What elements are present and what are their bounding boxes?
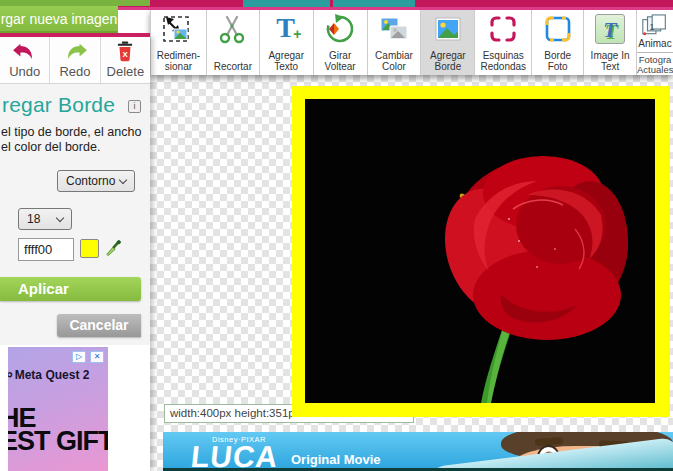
delete-trash-icon: X <box>114 41 136 63</box>
toolbar-label: Foto <box>544 62 571 73</box>
toolbar-sublabel: Actuales <box>637 65 673 75</box>
cancel-button[interactable]: Cancelar <box>57 314 141 337</box>
top-accent-bar <box>118 0 673 7</box>
top-accent-underline <box>118 7 673 10</box>
border-tool-panel: Undo Redo X Delete regar Borde i <box>0 37 150 471</box>
panel-description: el tipo de borde, el ancho el color del … <box>1 125 141 155</box>
toolbar-label: Agregar <box>268 51 304 62</box>
photo-border-icon <box>541 12 575 46</box>
resize-icon <box>161 12 195 46</box>
toolbar-item-borde-foto[interactable]: BordeFoto <box>532 10 584 75</box>
toolbar-label: Esquinas <box>480 51 526 62</box>
toolbar-item-recortar[interactable]: Recortar <box>207 10 260 75</box>
toolbar-label: Recortar <box>214 62 252 73</box>
toolbar-label: Texto <box>268 62 304 73</box>
toolbar-item-image-in-text[interactable]: T Image InText <box>584 10 637 75</box>
border-width-value: 18 <box>27 212 40 226</box>
chevron-down-icon <box>119 176 127 184</box>
adchoices-icon[interactable]: ▷ <box>72 351 86 363</box>
header-magenta-line <box>0 33 150 37</box>
change-color-icon <box>377 12 411 46</box>
description-line: el tipo de borde, el ancho <box>1 125 141 140</box>
plus-glyph: + <box>293 26 301 42</box>
luca-movie-ad[interactable]: Disney·PIXAR LUCA Original Movie <box>163 432 673 471</box>
eyedropper-icon[interactable] <box>104 239 122 257</box>
toolbar-item-agregar-texto[interactable]: T + AgregarTexto <box>260 10 314 75</box>
toolbar-label: Cambiar <box>375 51 413 62</box>
ad-headline-line: EST GIFT <box>8 430 108 453</box>
chevron-down-icon <box>56 214 64 222</box>
toolbar-label: Borde <box>544 51 571 62</box>
toolbar-label: Borde <box>430 62 466 73</box>
toolbar-label: Girar <box>325 51 356 62</box>
toolbar-label: Redondas <box>480 62 526 73</box>
ad-brand-text: Meta Quest 2 <box>15 368 90 382</box>
delete-button[interactable]: X Delete <box>100 37 150 83</box>
border-type-select[interactable]: Contorno <box>57 170 135 192</box>
history-bar: Undo Redo X Delete <box>0 37 150 84</box>
redo-icon <box>61 41 89 63</box>
toolbar-label: Color <box>375 62 413 73</box>
movie-subtitle: Original Movie <box>291 452 381 467</box>
toolbar-label: Redimen- <box>157 51 200 62</box>
toolbar-label: Image In <box>591 51 630 62</box>
photo-editor-app: width:400px height:351px size:20.76 KB <box>0 0 673 471</box>
svg-text:1: 1 <box>649 22 654 32</box>
fancy-t: T <box>603 17 616 42</box>
ad-headline: HE EST GIFT <box>8 407 108 453</box>
sidebar-ad-section: ▷ ✕ ∞Meta Quest 2 HE EST GIFT <box>0 345 150 471</box>
color-swatch[interactable] <box>80 239 99 258</box>
animation-current-frames: Fotogra Actuales <box>637 52 673 75</box>
delete-label: Delete <box>107 64 145 79</box>
ad-brand: ∞Meta Quest 2 <box>8 365 89 382</box>
meta-infinity-logo: ∞ <box>8 365 13 382</box>
animation-frames-icon: 1 <box>640 14 670 37</box>
toolbar-item-animacion[interactable]: 1 Animac Fotogra Actuales <box>637 10 673 75</box>
redo-label: Redo <box>59 64 90 79</box>
movie-title: LUCA <box>189 440 280 471</box>
rounded-corners-icon <box>486 12 520 46</box>
meta-quest-ad[interactable]: ▷ ✕ ∞Meta Quest 2 HE EST GIFT <box>8 347 108 471</box>
add-text-icon: T + <box>269 12 303 46</box>
load-new-image-button[interactable]: rgar nueva imagen <box>0 6 118 33</box>
rose-image <box>305 99 655 403</box>
crop-scissors-icon <box>216 12 250 46</box>
border-width-select[interactable]: 18 <box>18 208 72 230</box>
main-toolbar: Redimen-sionar Recortar T + AgregarTexto <box>150 10 673 75</box>
redo-button[interactable]: Redo <box>49 37 99 83</box>
undo-icon <box>11 41 39 63</box>
teal-segment <box>333 0 415 7</box>
description-line: el color del borde. <box>1 140 141 155</box>
border-type-value: Contorno <box>66 174 115 188</box>
svg-text:X: X <box>123 50 129 59</box>
apply-button[interactable]: Aplicar <box>0 277 141 301</box>
panel-title: regar Borde <box>2 93 115 117</box>
info-icon[interactable]: i <box>128 100 141 113</box>
toolbar-label: Agregar <box>430 51 466 62</box>
toolbar-item-redimensionar[interactable]: Redimen-sionar <box>151 10 207 75</box>
border-color-input[interactable] <box>18 238 74 261</box>
ad-close-icon[interactable]: ✕ <box>90 351 104 363</box>
toolbar-label: Voltear <box>325 62 356 73</box>
edited-image-yellow-border <box>292 86 670 417</box>
toolbar-item-esquinas-redondas[interactable]: EsquinasRedondas <box>475 10 532 75</box>
rotate-flip-icon <box>323 12 357 46</box>
image-in-text-icon: T <box>595 14 625 44</box>
toolbar-label: sionar <box>157 62 200 73</box>
toolbar-label: Text <box>591 62 630 73</box>
teal-segment <box>243 0 330 7</box>
toolbar-item-cambiar-color[interactable]: CambiarColor <box>368 10 422 75</box>
toolbar-item-agregar-borde[interactable]: AgregarBorde <box>421 10 475 75</box>
toolbar-item-girar-voltear[interactable]: GirarVoltear <box>314 10 368 75</box>
letter-t: T <box>276 12 295 44</box>
toolbar-label: Animac <box>638 39 671 50</box>
edited-image <box>305 99 655 403</box>
undo-button[interactable]: Undo <box>0 37 49 83</box>
add-border-icon <box>431 12 465 46</box>
undo-label: Undo <box>9 64 40 79</box>
